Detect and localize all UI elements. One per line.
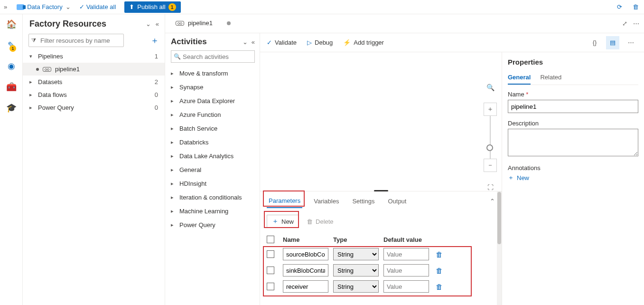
delete-parameter-button[interactable]: 🗑Delete bbox=[307, 218, 334, 225]
expand-icon[interactable]: ⤢ bbox=[622, 20, 627, 27]
product-switcher[interactable]: Data Factory ⌄ bbox=[17, 3, 70, 10]
col-header-default: Default value bbox=[383, 236, 431, 243]
play-icon: ▷ bbox=[307, 39, 312, 46]
author-badge: 1 bbox=[9, 45, 16, 52]
caret-right-icon: ▸ bbox=[29, 105, 35, 111]
left-nav-bar: 🏠 ✎1 ◉ 🧰 🎓 bbox=[0, 14, 23, 305]
expand-nav-icon[interactable]: » bbox=[4, 3, 7, 10]
validate-all-button[interactable]: ✓ Validate all bbox=[79, 3, 116, 10]
tab-variables[interactable]: Variables bbox=[312, 195, 341, 208]
caret-right-icon: ▸ bbox=[29, 92, 35, 98]
tree-child-label: pipeline1 bbox=[55, 66, 80, 73]
learn-icon[interactable]: 🎓 bbox=[6, 103, 17, 113]
resources-expand-icon[interactable]: ⌄ bbox=[146, 20, 151, 28]
highlight-box bbox=[263, 246, 472, 296]
activity-group[interactable]: ▸Azure Data Explorer bbox=[165, 94, 260, 108]
description-textarea[interactable] bbox=[508, 129, 638, 156]
author-icon[interactable]: ✎1 bbox=[8, 40, 15, 50]
resources-collapse-icon[interactable]: « bbox=[156, 20, 159, 28]
publish-count-badge: 1 bbox=[168, 3, 176, 11]
tree-powerquery[interactable]: ▸ Power Query 0 bbox=[23, 101, 165, 114]
properties-toggle-button[interactable]: ▤ bbox=[606, 36, 619, 49]
tree-dataflows[interactable]: ▸ Data flows 0 bbox=[23, 88, 165, 101]
validate-button[interactable]: ✓Validate bbox=[267, 39, 297, 46]
add-trigger-button[interactable]: ⚡Add trigger bbox=[343, 39, 384, 46]
tab-related[interactable]: Related bbox=[540, 71, 561, 85]
tree-datasets[interactable]: ▸ Datasets 2 bbox=[23, 76, 165, 88]
zoom-out-button[interactable]: － bbox=[484, 159, 497, 172]
tab-pipeline1[interactable]: pipeline1 bbox=[169, 14, 237, 33]
resources-filter-input[interactable] bbox=[28, 34, 124, 47]
highlight-box bbox=[264, 211, 299, 228]
add-resource-button[interactable]: ＋ bbox=[150, 35, 159, 46]
product-label: Data Factory bbox=[27, 3, 62, 10]
collapse-bottom-panel-icon[interactable]: ⌃ bbox=[490, 198, 495, 205]
scrollbar-thumb[interactable] bbox=[497, 192, 501, 244]
pipeline-canvas[interactable]: 🔍 ＋ － ⛶ Parameters Vari bbox=[260, 52, 502, 305]
refresh-icon[interactable]: ⟳ bbox=[615, 2, 624, 12]
more-icon[interactable]: ⋯ bbox=[633, 20, 639, 27]
activity-group[interactable]: ▸Databricks bbox=[165, 135, 260, 149]
pipeline-canvas-area: ✓Validate ▷Debug ⚡Add trigger {} ▤ ⋯ 🔍 ＋ bbox=[260, 33, 644, 305]
activity-group[interactable]: ▸General bbox=[165, 163, 260, 177]
validate-all-label: Validate all bbox=[86, 3, 116, 10]
activity-group[interactable]: ▸Azure Function bbox=[165, 108, 260, 122]
activity-group[interactable]: ▸Iteration & conditionals bbox=[165, 191, 260, 204]
code-view-button[interactable]: {} bbox=[588, 36, 601, 49]
caret-right-icon: ▸ bbox=[171, 181, 176, 187]
activity-group[interactable]: ▸Synapse bbox=[165, 80, 260, 94]
tab-general[interactable]: General bbox=[508, 71, 531, 85]
zoom-in-button[interactable]: ＋ bbox=[484, 103, 497, 116]
caret-right-icon: ▸ bbox=[171, 84, 176, 90]
top-toolbar: » Data Factory ⌄ ✓ Validate all ⬆ Publis… bbox=[0, 0, 644, 14]
bottom-panel: Parameters Variables Settings Output ⌃ ＋… bbox=[260, 191, 502, 305]
manage-icon[interactable]: 🧰 bbox=[6, 82, 17, 92]
publish-all-label: Publish all bbox=[137, 3, 165, 10]
activity-group[interactable]: ▸Batch Service bbox=[165, 122, 260, 135]
caret-right-icon: ▸ bbox=[171, 208, 176, 214]
highlight-box bbox=[263, 191, 305, 207]
debug-button[interactable]: ▷Debug bbox=[307, 39, 333, 46]
delete-icon[interactable]: 🗑 bbox=[631, 2, 640, 12]
checkmark-icon: ✓ bbox=[267, 39, 272, 46]
zoom-slider[interactable] bbox=[490, 116, 491, 159]
tab-label: pipeline1 bbox=[188, 19, 213, 27]
caret-right-icon: ▸ bbox=[171, 70, 176, 76]
tree-item-pipeline1[interactable]: pipeline1 bbox=[23, 63, 165, 76]
caret-right-icon: ▸ bbox=[171, 139, 176, 145]
tree-label: Data flows bbox=[38, 91, 67, 98]
monitor-icon[interactable]: ◉ bbox=[8, 61, 15, 71]
add-annotation-button[interactable]: ＋New bbox=[508, 173, 638, 182]
caret-right-icon: ▸ bbox=[171, 153, 176, 159]
caret-right-icon: ▸ bbox=[171, 167, 176, 173]
caret-right-icon: ▸ bbox=[171, 98, 176, 104]
tab-output[interactable]: Output bbox=[386, 195, 408, 208]
zoom-controls: 🔍 ＋ － ⛶ bbox=[484, 81, 497, 194]
activity-group[interactable]: ▸HDInsight bbox=[165, 177, 260, 191]
tree-pipelines[interactable]: ▾ Pipelines 1 bbox=[23, 50, 165, 63]
plus-icon: ＋ bbox=[508, 173, 514, 182]
tree-label: Pipelines bbox=[38, 53, 63, 60]
publish-all-button[interactable]: ⬆ Publish all 1 bbox=[124, 1, 180, 13]
scrollbar[interactable] bbox=[497, 191, 502, 305]
activity-group[interactable]: ▸Move & transform bbox=[165, 67, 260, 80]
activities-expand-icon[interactable]: ⌄ bbox=[243, 38, 248, 46]
activities-search-input[interactable] bbox=[171, 50, 255, 63]
modified-dot-icon bbox=[36, 68, 39, 71]
activity-group[interactable]: ▸Power Query bbox=[165, 218, 260, 232]
activities-collapse-icon[interactable]: « bbox=[252, 38, 255, 46]
tab-settings[interactable]: Settings bbox=[350, 195, 376, 208]
zoom-slider-thumb[interactable] bbox=[486, 144, 493, 151]
search-canvas-button[interactable]: 🔍 bbox=[484, 81, 497, 94]
home-icon[interactable]: 🏠 bbox=[6, 19, 17, 29]
activity-group[interactable]: ▸Machine Learning bbox=[165, 204, 260, 218]
pipeline-icon bbox=[43, 67, 51, 72]
pipeline-name-input[interactable] bbox=[508, 100, 638, 113]
canvas-more-icon[interactable]: ⋯ bbox=[624, 36, 637, 49]
factory-resources-panel: Factory Resources ⌄ « ⧩ ＋ ▾ Pipelines 1 … bbox=[23, 14, 165, 305]
activity-group[interactable]: ▸Data Lake Analytics bbox=[165, 149, 260, 163]
select-all-checkbox[interactable] bbox=[267, 236, 274, 243]
annotations-label: Annotations bbox=[508, 164, 638, 172]
name-label: Name bbox=[508, 91, 524, 98]
tree-count: 0 bbox=[155, 91, 158, 98]
